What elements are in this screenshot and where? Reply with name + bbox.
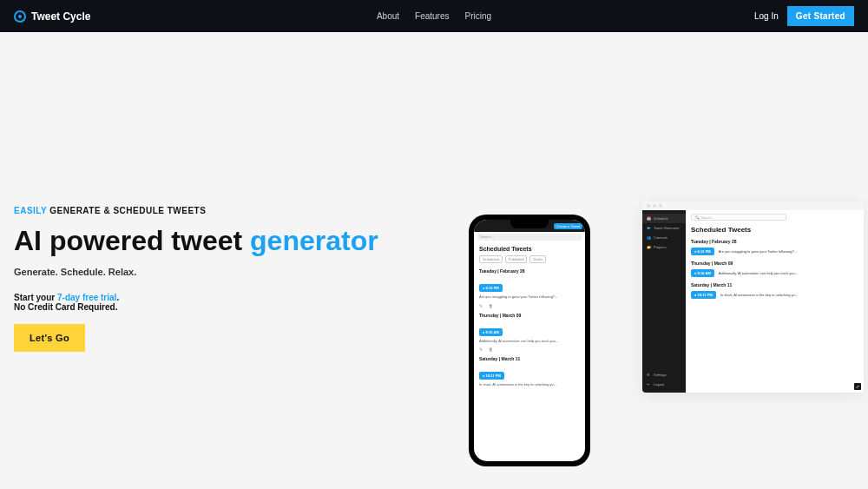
sidebar-label: Schedule <box>654 216 668 221</box>
phone-create-tweet-button: Create a Tweet <box>554 223 582 229</box>
desktop-time-1: ● 9:16 AM <box>691 269 714 277</box>
phone-content: Scheduled Tweets Scheduled Published Dra… <box>474 242 585 394</box>
window-chrome <box>642 202 864 210</box>
nav-link-features[interactable]: Features <box>415 11 449 21</box>
twitter-icon: 🐦 <box>647 226 651 230</box>
desktop-sidebar: 📅 Schedule 🐦 Tweet Generator 👥 Contacts … <box>642 210 686 393</box>
phone-day-1: Thursday | March 09 <box>479 313 580 318</box>
eyebrow-rest: GENERATE & SCHEDULE TWEETS <box>47 206 206 215</box>
sidebar-item-generator: 🐦 Tweet Generator <box>642 223 686 233</box>
logout-icon: ↪ <box>647 382 651 387</box>
phone-mockup: Create a Tweet Search... Scheduled Tweet… <box>469 215 590 466</box>
nav-links: About Features Pricing <box>377 11 491 21</box>
sidebar-item-projects: 📁 Projects <box>642 242 686 252</box>
desktop-text-0: Are you struggling to grow your Twitter … <box>719 249 858 254</box>
nav-link-pricing[interactable]: Pricing <box>465 11 492 21</box>
nav-link-about[interactable]: About <box>377 11 399 21</box>
phone-day-2: Saturday | March 11 <box>479 356 580 361</box>
desktop-title: Scheduled Tweets <box>691 226 858 234</box>
desktop-main: 🔍 Search... Scheduled Tweets Tuesday | F… <box>686 210 864 393</box>
brand-text: Tweet Cycle <box>31 10 90 23</box>
chrome-dot <box>653 204 656 208</box>
phone-time-1: ● 9:16 AM <box>479 328 503 336</box>
folder-icon: 📁 <box>647 245 651 249</box>
sidebar-label: Projects <box>654 245 666 249</box>
edit-icon: ✎ <box>479 303 483 307</box>
headline-pre: AI powered tweet <box>14 225 250 256</box>
chrome-dot <box>647 204 650 208</box>
desktop-row-2: ● 10:11 PM In short, AI aotomation is th… <box>691 291 858 299</box>
logo-icon <box>14 10 26 23</box>
brand-area[interactable]: Tweet Cycle <box>14 10 90 23</box>
desktop-day-2: Saturday | March 11 <box>691 282 858 287</box>
nav-actions: Log In Get Started <box>754 6 854 26</box>
gear-icon: ⚙ <box>647 373 651 377</box>
phone-text-2: In short, AI automation is the key to un… <box>479 382 580 387</box>
desktop-row-0: ● 6:12 PM Are you struggling to grow you… <box>691 248 858 255</box>
edit-icon: ✎ <box>479 347 483 351</box>
phone-time-2: ● 10:11 PM <box>479 372 504 380</box>
phone-search-input: Search... <box>477 234 582 241</box>
sidebar-label: Tweet Generator <box>654 226 680 230</box>
phone-title: Scheduled Tweets <box>479 246 580 252</box>
phone-text-1: Additionally, AI automation can help you… <box>479 339 580 344</box>
trial-pre: Start your <box>14 293 57 302</box>
sidebar-label: Contacts <box>654 235 667 240</box>
sidebar-item-schedule: 📅 Schedule <box>642 214 686 223</box>
desktop-search-input: 🔍 Search... <box>691 214 786 221</box>
sidebar-item-settings: ⚙ Settings <box>642 370 686 380</box>
eyebrow-accent: EASILY <box>14 206 47 215</box>
phone-tab-published: Published <box>505 255 528 263</box>
sidebar-label: Logout <box>654 382 664 387</box>
trial-post: . <box>116 293 119 302</box>
headline: AI powered tweet generator <box>14 226 378 256</box>
phone-tab-drafts: Drafts <box>529 255 546 263</box>
contacts-icon: 👥 <box>647 235 651 240</box>
delete-icon: 🗑 <box>489 303 493 307</box>
desktop-time-2: ● 10:11 PM <box>691 291 716 299</box>
login-link[interactable]: Log In <box>754 11 779 21</box>
phone-tab-scheduled: Scheduled <box>479 255 503 263</box>
phone-actions-1: ✎ 🗑 <box>479 347 580 351</box>
no-credit-card: No Credit Card Required. <box>14 302 378 312</box>
desktop-text-1: Additionally, AI automation can help you… <box>719 271 858 275</box>
sidebar-item-contacts: 👥 Contacts <box>642 233 686 242</box>
eyebrow: EASILY GENERATE & SCHEDULE TWEETS <box>14 206 378 215</box>
desktop-time-0: ● 6:12 PM <box>691 248 714 255</box>
desktop-day-1: Thursday | March 09 <box>691 261 858 266</box>
phone-text-0: Are you struggling to grow your Twitter … <box>479 294 580 300</box>
chrome-dot <box>659 204 662 208</box>
desktop-day-0: Tuesday | February 28 <box>691 239 858 244</box>
hero-section: EASILY GENERATE & SCHEDULE TWEETS AI pow… <box>0 32 868 352</box>
headline-accent: generator <box>250 225 378 256</box>
phone-time-0: ● 6:12 PM <box>479 284 503 292</box>
phone-notch <box>510 220 549 228</box>
expand-icon: ⤢ <box>854 383 861 390</box>
desktop-text-2: In short, AI aotomation is the key to un… <box>720 293 858 297</box>
lets-go-button[interactable]: Let's Go <box>14 324 85 352</box>
top-nav: Tweet Cycle About Features Pricing Log I… <box>0 0 868 32</box>
desktop-mockup: 📅 Schedule 🐦 Tweet Generator 👥 Contacts … <box>642 202 864 393</box>
trial-link[interactable]: 7-day free trial <box>57 293 116 302</box>
subhead: Generate. Schedule. Relax. <box>14 267 378 277</box>
calendar-icon: 📅 <box>647 216 651 221</box>
phone-screen: Create a Tweet Search... Scheduled Tweet… <box>474 220 585 461</box>
sidebar-item-logout: ↪ Logout <box>642 380 686 389</box>
trial-text: Start your 7-day free trial. <box>14 293 378 302</box>
sidebar-label: Settings <box>654 373 666 377</box>
desktop-row-1: ● 9:16 AM Additionally, AI automation ca… <box>691 269 858 277</box>
phone-day-0: Tuesday | February 28 <box>479 268 580 274</box>
hero-content: EASILY GENERATE & SCHEDULE TWEETS AI pow… <box>14 206 378 352</box>
delete-icon: 🗑 <box>489 347 493 351</box>
phone-actions-0: ✎ 🗑 <box>479 303 580 307</box>
phone-tabs: Scheduled Published Drafts <box>479 255 580 263</box>
get-started-button[interactable]: Get Started <box>787 6 854 26</box>
desktop-body: 📅 Schedule 🐦 Tweet Generator 👥 Contacts … <box>642 210 864 393</box>
